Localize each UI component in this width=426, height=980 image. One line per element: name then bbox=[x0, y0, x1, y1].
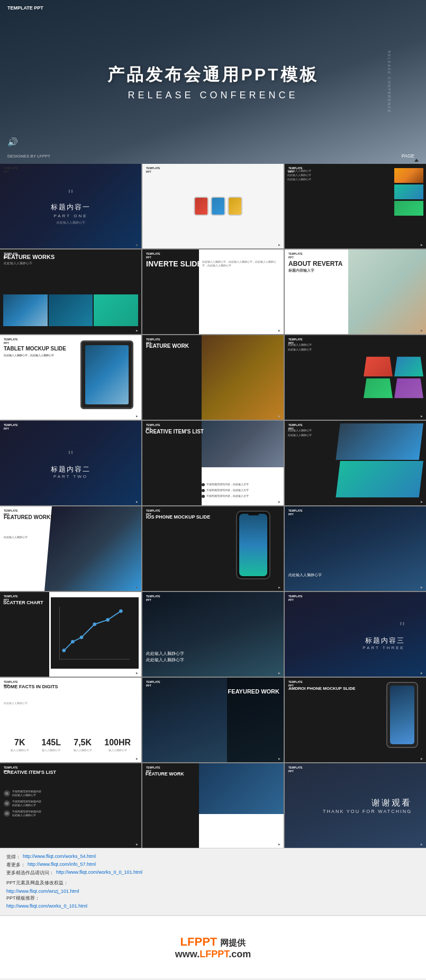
scatter-chart bbox=[51, 597, 139, 669]
slide-19[interactable]: TEMPLATEPPT SOME FACTS IN DIGITS 此处输入人脑静… bbox=[0, 678, 141, 762]
footer-ppt-label: PPT模板推荐： bbox=[6, 895, 420, 902]
page-num-7: ▶ bbox=[136, 414, 138, 418]
tiger-image bbox=[394, 168, 423, 183]
brand-label-4: TEMPLATEPPT bbox=[4, 252, 18, 259]
slide-22-items: 01 不按照规范填写标题内容此处输入人脑静心字 02 不按照规范填写标题内容此处… bbox=[4, 790, 138, 820]
page-num-15: ▶ bbox=[421, 586, 423, 589]
footer-desc-link[interactable]: http://www.fliqt.com/wnzj_101.html bbox=[6, 889, 79, 894]
list-item-22-3: 03 不按照规范填写标题内容此处输入人脑静心字 bbox=[4, 810, 138, 817]
watch-gold bbox=[228, 197, 242, 216]
s3-text-2: 此处输入人脑静心字 bbox=[287, 173, 311, 177]
slide-6[interactable]: TEMPLATEPPT ABOUT REVERTA 标题内容输入字 ▶ bbox=[285, 249, 426, 334]
footer-url-2[interactable]: http://www.fliqt.com/info_57.html bbox=[28, 862, 96, 868]
brand-label-5: TEMPLATEPPT bbox=[146, 252, 160, 259]
slide-15[interactable]: TEMPLATEPPT 此处输入人脑静心字 ▶ bbox=[285, 506, 426, 591]
page-num-14: ▶ bbox=[278, 586, 280, 589]
slide-17-text: 此处输入人脑静心字 此处输入人脑静心字 bbox=[146, 651, 184, 663]
slide-6-bg bbox=[348, 249, 426, 334]
item-text-3: 不按照规范填写标题内容此处输入人脑静心字 bbox=[12, 810, 41, 817]
slide-17[interactable]: TEMPLATEPPT 此处输入人脑静心字 此处输入人脑静心字 ▶ bbox=[142, 592, 284, 677]
brand-label-16: TEMPLATEPPT bbox=[4, 595, 18, 602]
svg-point-5 bbox=[93, 623, 97, 626]
phone-notch bbox=[248, 513, 259, 515]
diamond-1 bbox=[364, 357, 393, 377]
page-num-4: ▶ bbox=[136, 329, 138, 332]
stat-label-2: 输入人脑静心字 bbox=[42, 748, 61, 752]
list-item-11-3: 不按照规范填写内容，此处输入文字 bbox=[202, 494, 281, 498]
slide-6-sub: 标题内容输入字 bbox=[288, 269, 342, 273]
watch-red bbox=[194, 197, 209, 216]
promo-lfppt-url: LFPPT bbox=[200, 949, 229, 959]
speaker-icon: 🔊 bbox=[7, 137, 18, 147]
slide-10[interactable]: TEMPLATEPPT " 标题内容二 PART TWO ▶ bbox=[0, 421, 141, 505]
slide-1-title: 标题内容一 bbox=[51, 202, 90, 212]
slide-7[interactable]: TEMPLATEPPT TABLET MOCKUP SLIDE 此处输入人脑静心… bbox=[0, 335, 141, 420]
footer-url-3[interactable]: http://www.fliqt.com/works_0_0_101.html bbox=[56, 870, 142, 876]
dot-icon bbox=[202, 489, 205, 492]
page-num-3: ▶ bbox=[421, 243, 423, 246]
stat-label-1: 输入人脑静心字 bbox=[11, 748, 29, 752]
page-num-6: ▶ bbox=[421, 329, 423, 332]
slide-21[interactable]: TEMPLATEPPT AMDROI PHONE MOCKUP SLIDE ▶ bbox=[285, 678, 426, 762]
android-screen bbox=[390, 686, 414, 744]
brand-label-15: TEMPLATEPPT bbox=[288, 509, 303, 516]
slide-16[interactable]: TEMPLATEPPT SCATTER CHART ▶ bbox=[0, 592, 141, 677]
footer-ppt-url[interactable]: http://www.fliqt.com/works_0_101.html bbox=[6, 903, 87, 909]
stat-num-1: 7K bbox=[11, 738, 29, 747]
tablet-mockup bbox=[80, 340, 133, 409]
diamond-4 bbox=[394, 378, 423, 399]
brand-label-12: TEMPLATEPPT bbox=[288, 423, 303, 430]
slide-22[interactable]: TEMPLATEPPT CREATIVE ITEM'S LIST 01 不按照规… bbox=[0, 763, 141, 848]
slide-17-bg bbox=[142, 592, 284, 677]
slide-9-diamonds bbox=[364, 357, 423, 399]
hero-slide: TEMPLATE PPT 产品发布会通用PPT模板 RELEASE CONFER… bbox=[0, 0, 426, 164]
slide-23[interactable]: TEMPLATEPPT FEATURE WORK ▶ bbox=[142, 763, 284, 848]
slide-2[interactable]: TEMPLATEPPT ▶ bbox=[142, 164, 284, 248]
page-num-23: ▶ bbox=[278, 843, 280, 846]
page-num-1: ▶ bbox=[136, 243, 138, 246]
slide-1[interactable]: TEMPLATEPPT " 标题内容一 PART ONE 此处输入人脑静心字 ▶ bbox=[0, 164, 141, 248]
slide-12[interactable]: TEMPLATEPPT 此处输入人脑静心字 此处输入人脑静心字 ▶ bbox=[285, 421, 426, 505]
page-num-11: ▶ bbox=[278, 500, 280, 503]
list-item-22-2: 02 不按照规范填写标题内容此处输入人脑静心字 bbox=[4, 800, 138, 807]
list-item-11-1: 不按照规范填写内容，此处输入文字 bbox=[202, 483, 281, 486]
svg-point-7 bbox=[120, 609, 123, 613]
slide-24[interactable]: TEMPLATEPPT 谢谢观看 THANK YOU FOR WATCHING … bbox=[285, 763, 426, 848]
brand-label-24: TEMPLATEPPT bbox=[288, 766, 303, 773]
slide-5[interactable]: TEMPLATEPPT INVERTE SLIDE 此处输入人脑静心字，此处输入… bbox=[142, 249, 284, 334]
svg-point-4 bbox=[80, 635, 84, 639]
footer-link-2: 看更多： http://www.fliqt.com/info_57.html bbox=[6, 862, 420, 868]
brand-label-19: TEMPLATEPPT bbox=[4, 680, 18, 687]
slide-18[interactable]: TEMPLATEPPT " 标题内容三 PART THREE ▶ bbox=[285, 592, 426, 677]
page-num-22: ▶ bbox=[136, 843, 138, 846]
hero-brand-label: TEMPLATE PPT bbox=[7, 5, 43, 12]
stat-num-2: 145L bbox=[42, 738, 61, 747]
slide-9[interactable]: TEMPLATEPPT 此处输入人脑静心字 此处输入人脑静心字 ▶ bbox=[285, 335, 426, 420]
slide-13-sub: 此处输入人脑静心字 bbox=[4, 535, 28, 539]
wave-img-3 bbox=[94, 294, 138, 326]
slide-4-images bbox=[0, 294, 141, 326]
quote-mark-18: " bbox=[362, 619, 405, 636]
slide-11[interactable]: TEMPLATEPPT CREATIVE ITEM'S LIST 不按照规范填写… bbox=[142, 421, 284, 505]
slide-7-text: 此处输入人脑静心字，此处输入人脑静心字 bbox=[4, 354, 66, 357]
brand-label-3: TEMPLATEPPT bbox=[288, 167, 303, 173]
slide-20[interactable]: TEMPLATEPPT FEAYURED WORK ▶ bbox=[142, 678, 284, 762]
diamond-2 bbox=[394, 357, 423, 377]
footer-desc-1: PPT元素及网盘及修改权益： bbox=[6, 880, 420, 887]
quote-mark-1: " bbox=[51, 188, 90, 202]
slide-4[interactable]: TEMPLATEPPT FEATURE WORKS 此处输入人脑静心字 ▶ bbox=[0, 249, 141, 334]
ios-phone-mockup bbox=[236, 511, 270, 579]
slide-13[interactable]: TEMPLATEPPT FEATURED WORKS 此处输入人脑静心字 ▶ bbox=[0, 506, 141, 591]
brand-label-14: TEMPLATEPPT bbox=[146, 509, 160, 516]
slide-14[interactable]: TEMPLATEPPT IOS PHONE MOCKUP SLIDE ▶ bbox=[142, 506, 284, 591]
slide-13-image bbox=[53, 506, 141, 591]
slide-8[interactable]: TEMPLATEPPT FEATURE WORK ▶ bbox=[142, 335, 284, 420]
slide-1-subtitle: PART ONE bbox=[51, 214, 90, 218]
list-item-11-2: 不按照规范填写内容，此处输入文字 bbox=[202, 488, 281, 492]
slide-3[interactable]: TEMPLATEPPT 此处输入人脑静心字 此处输入人脑静心字 此处输入人脑静心… bbox=[285, 164, 426, 248]
stat-75k: 7,5K 输入人脑静心字 bbox=[74, 738, 92, 752]
slide-7-title: TABLET MOCKUP SLIDE 此处输入人脑静心字，此处输入人脑静心字 bbox=[4, 346, 66, 357]
footer-url-1[interactable]: http://www.fliqt.com/works_54.html bbox=[23, 854, 96, 861]
promo-lfppt-label: LFPPT bbox=[180, 935, 217, 948]
svg-point-3 bbox=[71, 640, 75, 644]
